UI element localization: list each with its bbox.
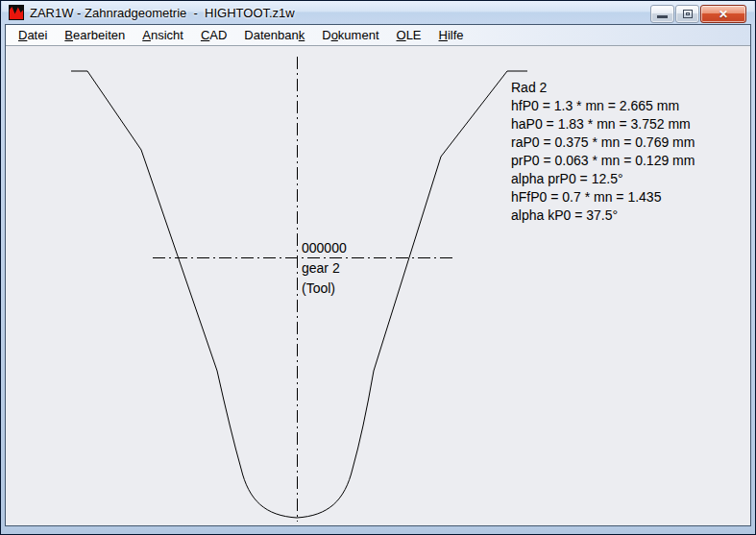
- annotation-line: haP0 = 1.83 * mn = 3.752 mm: [511, 115, 695, 134]
- menu-item-ole[interactable]: OLE: [388, 25, 430, 45]
- menu-item-dokument[interactable]: Dokument: [313, 25, 387, 45]
- menu-item-ansicht[interactable]: Ansicht: [134, 25, 192, 45]
- annotation-line: alpha kP0 = 37.5°: [511, 207, 695, 225]
- annotation-title: Rad 2: [511, 79, 695, 97]
- annotation-line: hFfP0 = 0.7 * mn = 1.435: [511, 188, 695, 207]
- minimize-icon: [657, 15, 668, 18]
- annotation-line: raP0 = 0.375 * mn = 0.769 mm: [511, 134, 695, 152]
- close-icon: ✕: [719, 9, 728, 20]
- restore-icon: [683, 10, 693, 18]
- close-button[interactable]: ✕: [700, 5, 746, 23]
- menu-bar: Datei Bearbeiten Ansicht CAD Datenbank D…: [6, 25, 750, 46]
- center-label-tool: (Tool): [302, 279, 347, 299]
- center-label-gear: gear 2: [302, 258, 347, 279]
- menu-item-bearbeiten[interactable]: Bearbeiten: [56, 25, 134, 45]
- gear-center-label: 000000 gear 2 (Tool): [302, 238, 347, 299]
- menu-item-datenbank[interactable]: Datenbank: [235, 25, 313, 45]
- center-label-id: 000000: [302, 238, 347, 258]
- app-window: ZAR1W - Zahnradgeometrie - HIGHTOOT.z1w …: [0, 0, 756, 535]
- window-title: ZAR1W - Zahnradgeometrie - HIGHTOOT.z1w: [30, 6, 295, 20]
- menu-item-datei[interactable]: Datei: [10, 25, 56, 45]
- app-icon[interactable]: [9, 5, 24, 20]
- annotation-line: alpha prP0 = 12.5°: [511, 170, 695, 188]
- menu-item-cad[interactable]: CAD: [192, 25, 235, 45]
- annotation-line: hfP0 = 1.3 * mn = 2.665 mm: [511, 97, 695, 115]
- restore-button[interactable]: [675, 5, 699, 23]
- title-bar: ZAR1W - Zahnradgeometrie - HIGHTOOT.z1w …: [2, 1, 754, 24]
- tool-parameters-annotation: Rad 2 hfP0 = 1.3 * mn = 2.665 mm haP0 = …: [511, 79, 695, 225]
- menu-item-hilfe[interactable]: Hilfe: [430, 25, 473, 45]
- annotation-line: prP0 = 0.063 * mn = 0.129 mm: [511, 152, 695, 170]
- minimize-button[interactable]: [650, 5, 674, 23]
- window-controls: ✕: [650, 5, 746, 23]
